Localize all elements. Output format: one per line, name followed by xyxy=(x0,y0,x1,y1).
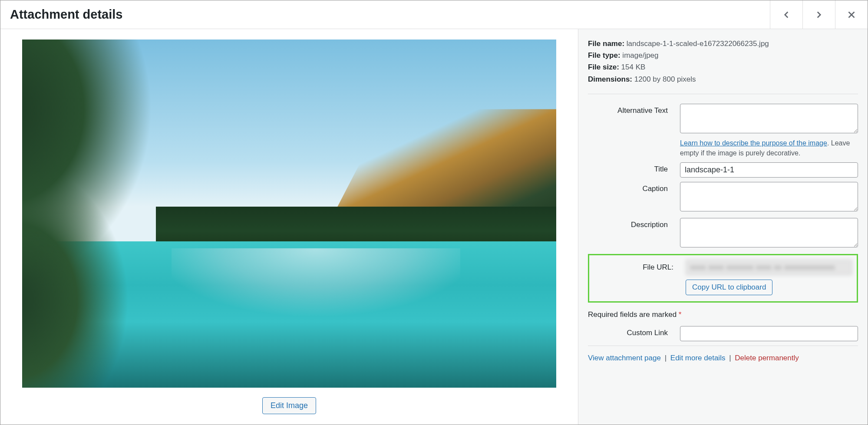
file-url-label: File URL: xyxy=(594,263,686,272)
divider xyxy=(588,94,858,94)
view-attachment-link[interactable]: View attachment page xyxy=(588,354,661,362)
custom-link-input[interactable] xyxy=(680,326,858,341)
edit-image-button[interactable]: Edit Image xyxy=(262,397,316,414)
alt-text-row: Alternative Text Learn how to describe t… xyxy=(588,104,858,158)
title-input[interactable] xyxy=(680,162,858,178)
custom-link-row: Custom Link xyxy=(588,326,858,341)
caption-input[interactable] xyxy=(680,182,858,211)
attachment-actions: View attachment page | Edit more details… xyxy=(588,346,858,369)
modal-header: Attachment details xyxy=(0,0,868,29)
custom-link-label: Custom Link xyxy=(588,326,680,337)
file-metadata: File name: landscape-1-1-scaled-e1672322… xyxy=(588,38,858,85)
description-row: Description xyxy=(588,218,858,250)
copy-url-button[interactable]: Copy URL to clipboard xyxy=(686,280,772,295)
delete-permanently-link[interactable]: Delete permanently xyxy=(735,354,799,362)
required-fields-note: Required fields are marked * xyxy=(588,310,858,319)
attachment-details-modal: Attachment details Edit I xyxy=(0,0,868,425)
chevron-right-icon xyxy=(813,9,825,20)
caption-label: Caption xyxy=(588,182,680,193)
file-url-input[interactable] xyxy=(686,260,852,275)
image-panel: Edit Image xyxy=(0,29,578,425)
modal-title: Attachment details xyxy=(10,7,122,22)
close-icon xyxy=(846,9,857,20)
title-row: Title xyxy=(588,162,858,178)
description-label: Description xyxy=(588,218,680,229)
alt-text-label: Alternative Text xyxy=(588,104,680,115)
caption-row: Caption xyxy=(588,182,858,214)
meta-file-type: File type: image/jpeg xyxy=(588,49,858,61)
prev-button[interactable] xyxy=(770,0,802,29)
alt-help-link[interactable]: Learn how to describe the purpose of the… xyxy=(680,139,827,147)
next-button[interactable] xyxy=(802,0,835,29)
details-sidebar: File name: landscape-1-1-scaled-e1672322… xyxy=(578,29,868,425)
file-url-highlight: File URL: Copy URL to clipboard xyxy=(588,254,858,303)
title-label: Title xyxy=(588,162,680,174)
modal-body: Edit Image File name: landscape-1-1-scal… xyxy=(0,29,868,425)
edit-more-link[interactable]: Edit more details xyxy=(670,354,726,362)
header-nav-buttons xyxy=(770,0,868,29)
alt-text-input[interactable] xyxy=(680,104,858,133)
description-input[interactable] xyxy=(680,218,858,247)
meta-dimensions: Dimensions: 1200 by 800 pixels xyxy=(588,73,858,85)
attachment-image xyxy=(22,40,556,388)
close-button[interactable] xyxy=(835,0,868,29)
chevron-left-icon xyxy=(781,9,792,20)
meta-file-name: File name: landscape-1-1-scaled-e1672322… xyxy=(588,38,858,49)
meta-file-size: File size: 154 KB xyxy=(588,61,858,73)
alt-text-help: Learn how to describe the purpose of the… xyxy=(680,138,858,158)
